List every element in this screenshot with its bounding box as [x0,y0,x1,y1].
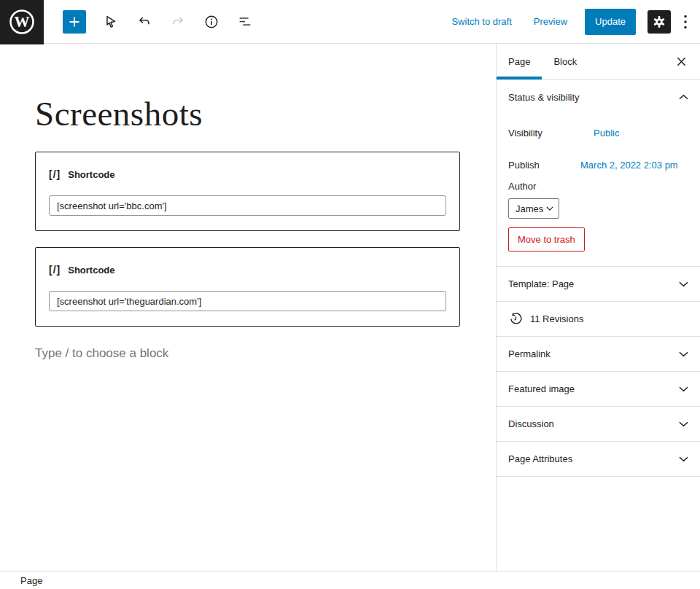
shortcode-block-label: Shortcode [68,169,114,180]
gear-icon [652,15,666,29]
shortcode-input[interactable] [49,291,446,311]
panel-permalink[interactable]: Permalink [497,337,700,372]
chevron-down-icon [679,386,688,392]
shortcode-icon: [/] [49,168,61,180]
author-label: Author [508,181,688,194]
wordpress-logo-icon: W [8,8,36,36]
redo-icon [170,14,186,30]
add-block-button[interactable] [63,10,86,34]
undo-icon [136,14,152,30]
tab-block[interactable]: Block [542,44,588,79]
panel-title: Status & visibility [508,92,580,103]
publish-label: Publish [508,160,580,171]
breadcrumb-page[interactable]: Page [0,575,42,586]
redo-button[interactable] [169,13,187,31]
shortcode-input[interactable] [49,195,446,216]
tab-page[interactable]: Page [497,44,542,79]
sidebar-tabbar: Page Block [497,44,700,80]
switch-to-draft-button[interactable]: Switch to draft [446,12,517,31]
publish-date-button[interactable]: March 2, 2022 2:03 pm [580,160,678,171]
chevron-down-icon [679,281,688,287]
editor-canvas[interactable]: Screenshots [/] Shortcode [/] Shortcode [0,44,496,571]
editor-footer: Page [0,571,700,589]
chevron-down-icon [546,206,553,211]
ellipsis-icon [683,14,688,30]
author-select-value: James [516,203,543,214]
editor-header: W [0,0,700,44]
cursor-arrow-icon [103,14,119,30]
revisions-label: 11 Revisions [530,313,583,324]
panel-title: Template: Page [508,278,574,289]
panel-title: Permalink [508,348,551,359]
header-actions: Switch to draft Preview Update [446,9,700,35]
revisions-button[interactable]: 11 Revisions [497,302,700,337]
visibility-label: Visibility [508,128,580,139]
visibility-value-button[interactable]: Public [594,128,619,139]
panel-featured-image[interactable]: Featured image [497,372,700,407]
options-menu-button[interactable] [677,10,694,34]
revisions-clock-icon [508,311,524,327]
undo-button[interactable] [136,13,153,31]
panel-page-attributes[interactable]: Page Attributes [497,442,700,477]
header-toolbar [44,10,254,34]
sidebar-empty-space [497,477,700,571]
shortcode-block-label: Shortcode [68,265,114,276]
panel-template[interactable]: Template: Page [497,267,700,302]
panel-title: Featured image [508,383,575,394]
close-sidebar-button[interactable] [666,44,696,79]
svg-text:W: W [15,13,30,31]
panel-discussion[interactable]: Discussion [497,407,700,442]
settings-button[interactable] [648,10,671,34]
panel-title: Discussion [508,418,554,429]
shortcode-block[interactable]: [/] Shortcode [35,247,460,327]
panel-title: Page Attributes [508,453,572,464]
wordpress-editor: W [0,0,700,589]
select-tool-button[interactable] [102,13,120,31]
shortcode-icon: [/] [49,264,61,276]
status-visibility-body: Visibility Public Publish March 2, 2022 … [497,114,700,267]
chevron-up-icon [679,94,688,100]
settings-sidebar: Page Block Status & visibility Visibilit… [496,44,700,571]
wordpress-logo-button[interactable]: W [0,0,44,44]
close-icon [676,56,687,67]
chevron-down-icon [679,456,688,462]
list-view-icon [237,14,253,30]
details-button[interactable] [203,13,220,31]
preview-button[interactable]: Preview [528,12,573,31]
chevron-down-icon [679,421,688,427]
move-to-trash-button[interactable]: Move to trash [508,227,585,251]
chevron-down-icon [679,351,688,357]
plus-icon [67,15,82,29]
shortcode-block[interactable]: [/] Shortcode [35,152,460,231]
page-title[interactable]: Screenshots [35,93,425,134]
author-select[interactable]: James [508,198,559,219]
block-appender-placeholder[interactable]: Type / to choose a block [35,346,425,361]
list-view-button[interactable] [236,13,254,31]
panel-status-visibility[interactable]: Status & visibility [497,80,700,114]
info-icon [203,14,219,30]
update-button[interactable]: Update [585,9,636,35]
